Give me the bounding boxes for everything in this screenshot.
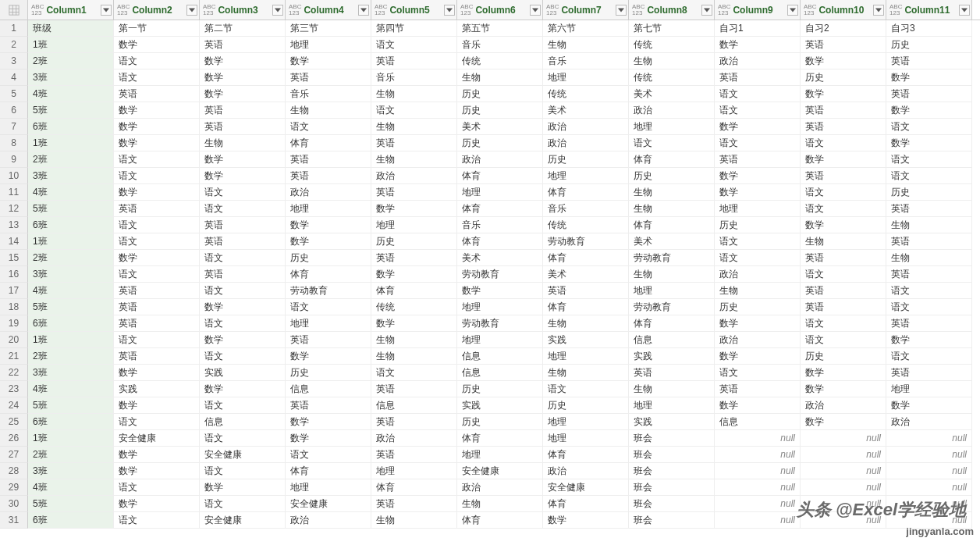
cell[interactable]: 语文: [200, 496, 286, 512]
cell[interactable]: 生物: [629, 184, 715, 201]
cell[interactable]: 班级: [28, 20, 114, 37]
cell[interactable]: 生物: [371, 512, 457, 529]
cell[interactable]: 自习2: [801, 20, 886, 37]
cell[interactable]: 语文: [114, 233, 200, 250]
cell[interactable]: 数学: [114, 365, 200, 381]
cell[interactable]: 美术: [457, 119, 543, 135]
row-number[interactable]: 1: [0, 20, 28, 37]
cell[interactable]: 历史: [457, 86, 543, 102]
row-number[interactable]: 4: [0, 69, 28, 86]
cell[interactable]: 地理: [286, 315, 371, 332]
cell[interactable]: 1班: [28, 430, 114, 447]
cell[interactable]: 政治: [371, 168, 457, 184]
row-number[interactable]: 10: [0, 168, 28, 184]
cell[interactable]: 语文: [286, 447, 371, 463]
cell[interactable]: 政治: [543, 119, 629, 135]
cell[interactable]: 5班: [28, 102, 114, 119]
cell[interactable]: 4班: [28, 381, 114, 397]
cell[interactable]: 数学: [886, 69, 972, 86]
cell[interactable]: 语文: [286, 299, 371, 315]
cell[interactable]: 语文: [715, 250, 801, 266]
cell[interactable]: 数学: [801, 381, 886, 397]
cell[interactable]: 生物: [629, 53, 715, 69]
cell[interactable]: 语文: [200, 283, 286, 299]
cell[interactable]: 语文: [801, 201, 886, 217]
cell[interactable]: 历史: [801, 69, 886, 86]
cell[interactable]: 劳动教育: [543, 233, 629, 250]
cell[interactable]: 生物: [371, 151, 457, 168]
cell[interactable]: 第三节: [286, 20, 371, 37]
cell[interactable]: null: [715, 512, 801, 529]
cell[interactable]: 英语: [371, 250, 457, 266]
cell[interactable]: 地理: [629, 119, 715, 135]
cell[interactable]: 1班: [28, 37, 114, 53]
cell[interactable]: 数学: [715, 184, 801, 201]
cell[interactable]: 英语: [200, 266, 286, 283]
cell[interactable]: 生物: [886, 250, 972, 266]
cell[interactable]: 历史: [457, 381, 543, 397]
cell[interactable]: 英语: [801, 299, 886, 315]
cell[interactable]: 地理: [457, 184, 543, 201]
cell[interactable]: 生物: [801, 233, 886, 250]
column-header[interactable]: ABC123Column2: [114, 0, 200, 20]
cell[interactable]: 体育: [457, 512, 543, 529]
cell[interactable]: 生物: [371, 332, 457, 348]
cell[interactable]: null: [886, 447, 972, 463]
cell[interactable]: 历史: [715, 299, 801, 315]
cell[interactable]: 数学: [715, 397, 801, 414]
cell[interactable]: 语文: [286, 119, 371, 135]
cell[interactable]: 数学: [114, 119, 200, 135]
cell[interactable]: 数学: [200, 69, 286, 86]
cell[interactable]: 1班: [28, 233, 114, 250]
cell[interactable]: 数学: [371, 266, 457, 283]
cell[interactable]: 英语: [801, 119, 886, 135]
cell[interactable]: 政治: [543, 463, 629, 479]
cell[interactable]: 语文: [114, 168, 200, 184]
row-number[interactable]: 22: [0, 365, 28, 381]
row-number[interactable]: 19: [0, 315, 28, 332]
cell[interactable]: 语文: [114, 512, 200, 529]
column-header[interactable]: ABC123Column4: [286, 0, 371, 20]
row-number[interactable]: 20: [0, 332, 28, 348]
cell[interactable]: 体育: [543, 447, 629, 463]
cell[interactable]: 实践: [629, 348, 715, 365]
cell[interactable]: 政治: [715, 53, 801, 69]
cell[interactable]: 自习1: [715, 20, 801, 37]
cell[interactable]: 数学: [200, 86, 286, 102]
cell[interactable]: 数学: [886, 102, 972, 119]
cell[interactable]: 体育: [543, 299, 629, 315]
cell[interactable]: 数学: [200, 53, 286, 69]
cell[interactable]: 语文: [371, 102, 457, 119]
cell[interactable]: 生物: [457, 496, 543, 512]
cell[interactable]: null: [801, 512, 886, 529]
cell[interactable]: 6班: [28, 217, 114, 233]
cell[interactable]: 生物: [371, 86, 457, 102]
cell[interactable]: 劳动教育: [286, 283, 371, 299]
row-number[interactable]: 2: [0, 37, 28, 53]
column-header[interactable]: ABC123Column8: [629, 0, 715, 20]
cell[interactable]: 班会: [629, 430, 715, 447]
cell[interactable]: 数学: [886, 397, 972, 414]
cell[interactable]: 政治: [801, 397, 886, 414]
cell[interactable]: 英语: [371, 381, 457, 397]
row-number[interactable]: 25: [0, 414, 28, 430]
cell[interactable]: 语文: [114, 414, 200, 430]
cell[interactable]: null: [801, 463, 886, 479]
cell[interactable]: 1班: [28, 135, 114, 151]
cell[interactable]: 语文: [200, 430, 286, 447]
row-number[interactable]: 28: [0, 463, 28, 479]
cell[interactable]: 生物: [457, 69, 543, 86]
cell[interactable]: 音乐: [543, 201, 629, 217]
cell[interactable]: null: [715, 496, 801, 512]
cell[interactable]: 安全健康: [457, 463, 543, 479]
cell[interactable]: null: [715, 430, 801, 447]
cell[interactable]: null: [715, 463, 801, 479]
column-header[interactable]: ABC123Column10: [801, 0, 886, 20]
cell[interactable]: 数学: [114, 250, 200, 266]
cell[interactable]: 数学: [114, 37, 200, 53]
cell[interactable]: 数学: [715, 119, 801, 135]
cell[interactable]: 英语: [114, 299, 200, 315]
row-number[interactable]: 3: [0, 53, 28, 69]
cell[interactable]: 语文: [371, 365, 457, 381]
cell[interactable]: 语文: [886, 348, 972, 365]
